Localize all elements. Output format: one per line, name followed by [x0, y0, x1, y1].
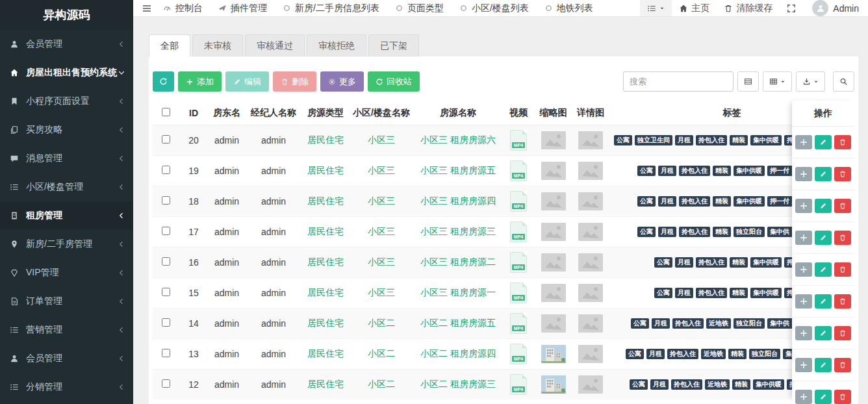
tab-0[interactable]: 全部 — [149, 34, 190, 57]
thumbnail-image[interactable] — [541, 223, 566, 241]
col-type[interactable]: 房源类型 — [302, 101, 349, 125]
delete-row-button[interactable] — [834, 231, 851, 245]
delete-row-button[interactable] — [834, 294, 851, 309]
search-input[interactable] — [623, 71, 734, 92]
video-mp4-icon[interactable]: MP4 — [510, 374, 527, 395]
export-button[interactable] — [796, 71, 825, 92]
video-mp4-icon[interactable]: MP4 — [510, 160, 527, 181]
col-detail[interactable]: 详情图 — [572, 101, 609, 125]
col-video[interactable]: 视频 — [502, 101, 535, 125]
row-checkbox[interactable] — [162, 227, 170, 235]
edit-row-button[interactable] — [815, 326, 832, 340]
video-mp4-icon[interactable]: MP4 — [510, 221, 527, 242]
user-menu[interactable]: Admin — [803, 0, 868, 16]
delete-row-button[interactable] — [834, 358, 851, 372]
col-landlord[interactable]: 房东名 — [209, 101, 245, 125]
sidebar-item-8[interactable]: VIP管理 — [0, 259, 133, 287]
thumbnail-image[interactable] — [541, 375, 566, 394]
topnav-item-1[interactable]: 插件管理 — [218, 3, 267, 14]
detail-image[interactable] — [578, 223, 603, 241]
detail-image[interactable] — [578, 284, 603, 302]
edit-row-button[interactable] — [815, 231, 832, 245]
thumbnail-image[interactable] — [541, 192, 566, 210]
sidebar-item-4[interactable]: 消息管理 — [0, 144, 133, 173]
sidebar-item-0[interactable]: 会员管理 — [0, 30, 133, 58]
add-button[interactable]: 添加 — [178, 71, 222, 92]
col-name[interactable]: 房源名称 — [414, 101, 502, 125]
video-mp4-icon[interactable]: MP4 — [510, 130, 527, 151]
edit-row-button[interactable] — [815, 199, 832, 213]
detail-image[interactable] — [578, 314, 603, 333]
video-mp4-icon[interactable]: MP4 — [510, 283, 527, 303]
sidebar-item-2[interactable]: 小程序页面设置 — [0, 87, 133, 116]
row-checkbox[interactable] — [162, 196, 170, 205]
col-community[interactable]: 小区/楼盘名称 — [349, 101, 414, 125]
refresh-button[interactable] — [153, 71, 174, 92]
sidebar-item-7[interactable]: 新房/二手房管理 — [0, 230, 133, 259]
edit-row-button[interactable] — [815, 167, 832, 181]
fullscreen-button[interactable] — [780, 0, 803, 16]
edit-row-button[interactable] — [815, 390, 832, 404]
sidebar-item-10[interactable]: 营销管理 — [0, 316, 133, 344]
quick-menu-button[interactable] — [640, 0, 672, 16]
detail-image[interactable] — [578, 375, 603, 394]
tab-3[interactable]: 审核拒绝 — [307, 34, 366, 57]
tab-2[interactable]: 审核通过 — [245, 34, 305, 57]
detail-image[interactable] — [578, 162, 603, 180]
move-button[interactable] — [795, 199, 812, 213]
thumbnail-image[interactable] — [541, 162, 566, 180]
clear-cache-button[interactable]: 清除缓存 — [717, 0, 780, 16]
tab-4[interactable]: 已下架 — [368, 34, 419, 57]
detail-image[interactable] — [578, 192, 603, 210]
delete-row-button[interactable] — [834, 167, 851, 181]
delete-row-button[interactable] — [834, 390, 851, 404]
col-id[interactable]: ID — [179, 101, 209, 125]
edit-row-button[interactable] — [815, 135, 832, 149]
move-button[interactable] — [795, 231, 812, 245]
col-agent[interactable]: 经纪人名称 — [245, 101, 302, 125]
edit-row-button[interactable] — [815, 358, 832, 372]
sidebar-item-3[interactable]: 买房攻略 — [0, 116, 133, 144]
row-checkbox[interactable] — [162, 318, 170, 327]
thumbnail-image[interactable] — [541, 345, 566, 363]
move-button[interactable] — [795, 294, 812, 309]
sidebar-item-12[interactable]: 分销管理 — [0, 373, 133, 401]
row-checkbox[interactable] — [162, 166, 170, 174]
delete-button[interactable]: 删除 — [273, 71, 316, 92]
detail-image[interactable] — [578, 131, 603, 149]
row-checkbox[interactable] — [162, 288, 170, 296]
row-checkbox[interactable] — [162, 379, 170, 388]
edit-button[interactable]: 编辑 — [225, 71, 269, 92]
topnav-item-2[interactable]: 新房/二手房信息列表 — [283, 3, 379, 14]
sidebar-toggle-button[interactable] — [133, 0, 160, 16]
move-button[interactable] — [795, 135, 812, 149]
detail-image[interactable] — [578, 345, 603, 363]
search-button[interactable] — [833, 71, 854, 92]
topnav-item-4[interactable]: 小区/楼盘列表 — [459, 3, 529, 14]
row-checkbox[interactable] — [162, 135, 170, 144]
video-mp4-icon[interactable]: MP4 — [510, 252, 527, 273]
delete-row-button[interactable] — [834, 262, 851, 277]
home-button[interactable]: 主页 — [672, 0, 717, 16]
delete-row-button[interactable] — [834, 199, 851, 213]
edit-row-button[interactable] — [815, 294, 832, 309]
thumbnail-image[interactable] — [541, 131, 566, 149]
sidebar-item-6[interactable]: 租房管理 — [0, 201, 133, 230]
thumbnail-image[interactable] — [541, 284, 566, 302]
edit-row-button[interactable] — [815, 262, 832, 277]
sidebar-item-1[interactable]: 房屋出租出售预约系统 — [0, 58, 133, 87]
delete-row-button[interactable] — [834, 135, 851, 149]
recyclebin-button[interactable]: 回收站 — [368, 71, 420, 92]
col-thumbnail[interactable]: 缩略图 — [535, 101, 572, 125]
video-mp4-icon[interactable]: MP4 — [510, 313, 527, 334]
toggle-filter-button[interactable] — [737, 71, 759, 92]
thumbnail-image[interactable] — [541, 314, 566, 333]
select-all-checkbox[interactable] — [162, 108, 170, 116]
tab-1[interactable]: 未审核 — [192, 34, 243, 57]
sidebar-item-5[interactable]: 小区/楼盘管理 — [0, 173, 133, 201]
move-button[interactable] — [795, 167, 812, 181]
row-checkbox[interactable] — [162, 257, 170, 266]
move-button[interactable] — [795, 390, 812, 404]
move-button[interactable] — [795, 326, 812, 340]
topnav-item-5[interactable]: 地铁列表 — [544, 3, 593, 14]
